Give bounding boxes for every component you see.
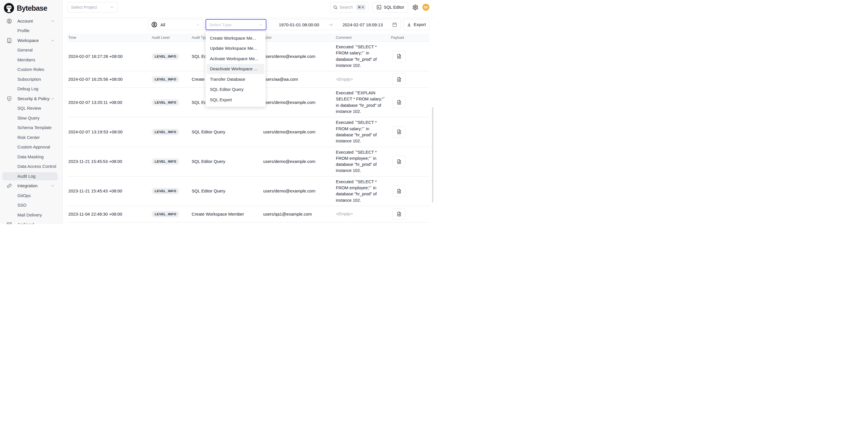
sidebar-item-label: SSO	[18, 203, 26, 207]
sidebar-item-profile[interactable]: Profile	[0, 26, 62, 36]
bytebase-logo-icon	[4, 3, 14, 13]
type-menu-item[interactable]: SQL Editor Query	[207, 85, 264, 95]
cell-actor: users/demo@example.com	[263, 189, 336, 193]
type-menu-item[interactable]: SQL Export	[207, 95, 264, 105]
sidebar-item-label: Archived	[18, 222, 34, 224]
sql-editor-button[interactable]: SQL Editor	[372, 2, 408, 12]
actor-filter-value: All	[160, 22, 165, 27]
sidebar-item-account[interactable]: Account	[0, 16, 62, 26]
user-circle-icon	[151, 22, 157, 28]
payload-view-button[interactable]	[393, 126, 405, 138]
sidebar-item-label: Custom Roles	[18, 67, 44, 72]
date-from-value: 1970-01-01 08:00:00	[279, 22, 319, 27]
cell-audit-level: LEVEL_INFO	[152, 76, 192, 83]
sidebar-item-label: Schema Template	[18, 125, 52, 130]
actor-filter-select[interactable]: All	[148, 19, 203, 30]
type-menu-item[interactable]: Deactivate Workspace ...	[207, 64, 264, 74]
sidebar-item-data-masking[interactable]: Data Masking	[0, 152, 62, 162]
sidebar-item-sql-review[interactable]: SQL Review	[0, 104, 62, 114]
audit-level-badge: LEVEL_INFO	[152, 76, 179, 83]
sidebar-item-custom-roles[interactable]: Custom Roles	[0, 65, 62, 75]
main-area: Select Project Search ⌘ K SQL Editor DE …	[63, 0, 434, 224]
sidebar-item-gitops[interactable]: GitOps	[0, 191, 62, 200]
arrow-right-icon	[328, 22, 333, 27]
cell-payload	[391, 209, 429, 220]
sidebar-item-slow-query[interactable]: Slow Query	[0, 113, 62, 123]
date-range-picker[interactable]: 1970-01-01 08:00:00 2024-02-07 18:09:13	[269, 19, 401, 30]
scrollbar[interactable]	[432, 107, 433, 202]
sidebar-item-label: Debug Log	[18, 87, 38, 91]
avatar[interactable]: DE	[423, 4, 429, 11]
sidebar-item-debug-log[interactable]: Debug Log	[0, 84, 62, 94]
chevron-down-icon	[51, 184, 55, 188]
sidebar: Bytebase Account Profile Workspace Gener…	[0, 0, 63, 224]
payload-view-button[interactable]	[393, 97, 405, 108]
archive-icon	[6, 222, 12, 224]
type-menu-item[interactable]: Transfer Database	[207, 74, 264, 85]
brand-name: Bytebase	[17, 4, 47, 12]
chevron-down-icon	[51, 97, 55, 101]
sidebar-item-label: Audit Log	[18, 174, 36, 179]
building-icon	[6, 38, 12, 43]
type-filter-wrap: Select Type Create Workspace Me...Update…	[206, 19, 267, 30]
type-filter-select[interactable]: Select Type	[206, 19, 267, 30]
payload-view-button[interactable]	[393, 73, 405, 85]
gear-icon[interactable]	[412, 4, 418, 10]
sidebar-item-subscription[interactable]: Subscription	[0, 74, 62, 84]
sidebar-item-risk-center[interactable]: Risk Center	[0, 133, 62, 142]
type-menu-item[interactable]: Update Workspace Me...	[207, 43, 264, 54]
payload-view-button[interactable]	[393, 185, 405, 197]
sidebar-item-general[interactable]: General	[0, 45, 62, 55]
payload-view-button[interactable]	[393, 156, 405, 167]
payload-view-button[interactable]	[393, 209, 405, 220]
audit-level-badge: LEVEL_INFO	[152, 211, 179, 217]
type-filter-menu: Create Workspace Me...Update Workspace M…	[206, 31, 266, 107]
brand-logo[interactable]: Bytebase	[0, 0, 62, 13]
cell-comment: Executed `"SELECT * FROM employee;"` in …	[336, 149, 391, 174]
cell-actor: users/qa1@example.com	[263, 212, 336, 217]
sidebar-item-mail-delivery[interactable]: Mail Delivery	[0, 210, 62, 220]
type-menu-item[interactable]: Activate Workspace Me...	[207, 54, 264, 64]
sidebar-item-sso[interactable]: SSO	[0, 200, 62, 211]
sidebar-item-audit-log[interactable]: Audit Log	[0, 171, 62, 181]
cell-comment: Executed `"SELECT * FROM employee;"` in …	[336, 179, 391, 203]
chevron-down-icon	[196, 23, 200, 27]
cell-actor: users/demo@example.com	[263, 54, 336, 59]
download-icon	[407, 22, 411, 27]
sidebar-item-archived[interactable]: Archived	[0, 220, 62, 224]
sidebar-item-security-policy[interactable]: Security & Policy	[0, 94, 62, 104]
project-select-label: Select Project	[71, 5, 97, 9]
cell-actor: users/demo@example.com	[263, 100, 336, 105]
cell-actor: users/demo@example.com	[263, 159, 336, 164]
cell-time: 2024-02-07 16:25:56 +08:00	[67, 77, 152, 82]
file-search-icon	[396, 159, 402, 164]
export-button[interactable]: Export	[403, 19, 429, 30]
table-row: 2023-11-04 21:26:34 +08:00 LEVEL_INFO SQ…	[67, 223, 429, 224]
cell-payload	[391, 73, 429, 85]
audit-level-badge: LEVEL_INFO	[152, 188, 179, 194]
cell-time: 2023-11-04 22:48:30 +08:00	[67, 212, 152, 217]
table-row: 2023-11-04 22:48:30 +08:00 LEVEL_INFO Cr…	[67, 206, 429, 223]
project-select[interactable]: Select Project	[67, 2, 118, 12]
cell-time: 2023-11-21 15:45:53 +08:00	[67, 159, 152, 164]
topbar-right: Search ⌘ K SQL Editor DE	[330, 2, 429, 12]
cell-time: 2023-11-21 15:45:43 +08:00	[67, 189, 152, 193]
sidebar-item-label: Subscription	[18, 77, 41, 82]
payload-view-button[interactable]	[393, 51, 405, 62]
sidebar-item-label: Workspace	[18, 38, 39, 43]
cell-audit-level: LEVEL_INFO	[152, 129, 192, 135]
sidebar-item-label: Profile	[18, 28, 30, 33]
chevron-down-icon	[258, 23, 263, 27]
sidebar-item-data-access-control[interactable]: Data Access Control	[0, 162, 62, 171]
chevron-down-icon	[110, 5, 114, 9]
type-menu-item[interactable]: Create Workspace Me...	[207, 33, 264, 43]
topbar: Select Project Search ⌘ K SQL Editor DE	[63, 0, 434, 18]
sidebar-item-custom-approval[interactable]: Custom Approval	[0, 142, 62, 152]
sidebar-item-workspace[interactable]: Workspace	[0, 36, 62, 45]
sidebar-item-members[interactable]: Members	[0, 55, 62, 65]
sidebar-item-label: Security & Policy	[18, 96, 50, 101]
audit-level-badge: LEVEL_INFO	[152, 129, 179, 135]
sidebar-item-schema-template[interactable]: Schema Template	[0, 123, 62, 133]
sidebar-item-integration[interactable]: Integration	[0, 181, 62, 191]
search-input[interactable]: Search ⌘ K	[330, 2, 368, 12]
